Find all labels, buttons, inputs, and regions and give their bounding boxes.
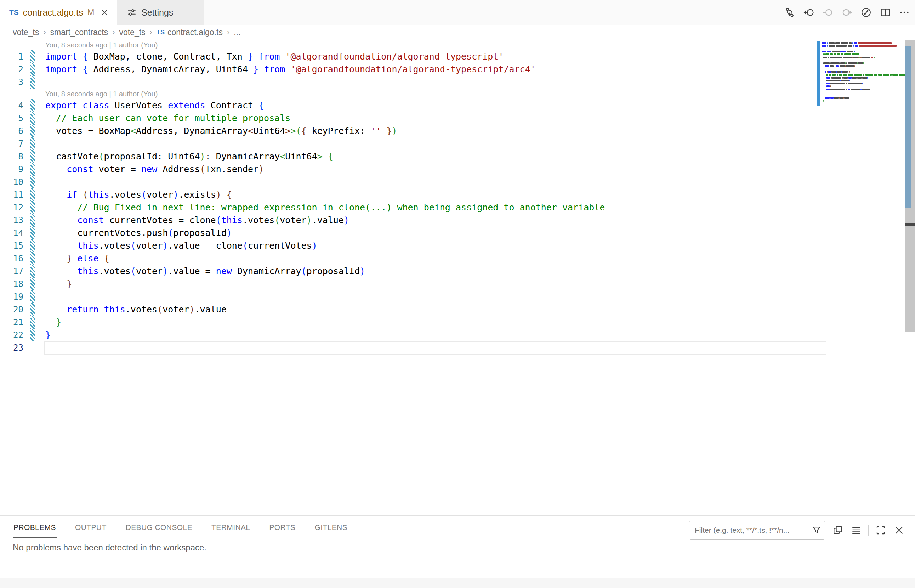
code-text[interactable]: import { BoxMap, clone, Contract, Txn } … [36,50,817,63]
codelens-annotation[interactable]: You, 8 seconds ago | 1 author (You) [0,89,817,99]
code-line[interactable]: 18 } [0,278,817,291]
line-number[interactable]: 18 [0,278,27,291]
code-text[interactable]: if (this.votes(voter).exists) { [36,189,817,201]
code-text[interactable]: // Each user can vote for multiple propo… [36,112,817,125]
code-text[interactable]: currentVotes.push(proposalId) [36,227,817,239]
code-line[interactable]: 5 // Each user can vote for multiple pro… [0,112,817,125]
panel-tab-terminal[interactable]: TERMINAL [211,517,251,538]
code-text[interactable]: castVote(proposalId: Uint64): DynamicArr… [36,150,817,163]
problems-filter-input[interactable] [689,526,810,535]
code-text[interactable]: // Bug Fixed in next line: wrapped expre… [36,201,817,214]
code-line[interactable]: 4export class UserVotes extends Contract… [0,99,817,112]
code-line[interactable]: 8 castVote(proposalId: Uint64): DynamicA… [0,150,817,163]
breadcrumb-item[interactable]: smart_contracts [50,27,108,37]
code-text[interactable] [36,176,817,189]
line-number[interactable]: 16 [0,252,27,265]
line-number[interactable]: 11 [0,189,27,201]
code-text[interactable]: this.votes(voter).value = clone(currentV… [36,239,817,252]
code-line[interactable]: 20 return this.votes(voter).value [0,303,817,316]
panel-tab-problems[interactable]: PROBLEMS [13,517,56,538]
code-line[interactable]: 10 [0,176,817,189]
line-number[interactable]: 7 [0,137,27,150]
code-line[interactable]: 9 const voter = new Address(Txn.sender) [0,163,817,176]
code-line[interactable]: 1import { BoxMap, clone, Contract, Txn }… [0,50,817,63]
line-number[interactable]: 21 [0,316,27,329]
code-text[interactable]: } [36,316,817,329]
panel-tab-ports[interactable]: PORTS [268,517,296,538]
line-number[interactable]: 6 [0,125,27,137]
window-bottom-strip [0,578,915,588]
line-number[interactable]: 10 [0,176,27,189]
previous-change-icon[interactable] [822,7,834,18]
code-text[interactable]: import { Address, DynamicArray, Uint64 }… [36,63,817,76]
line-number[interactable]: 13 [0,214,27,227]
line-number[interactable]: 14 [0,227,27,239]
line-number[interactable]: 4 [0,99,27,112]
close-panel-icon[interactable] [893,524,905,536]
view-as-list-icon[interactable] [850,524,863,536]
code-line[interactable]: 7 [0,137,817,150]
panel-tab-debug-console[interactable]: DEBUG CONSOLE [125,517,193,538]
commit-graph-icon[interactable] [860,7,872,18]
code-line[interactable]: 12 // Bug Fixed in next line: wrapped ex… [0,201,817,214]
close-tab-icon[interactable] [100,8,109,17]
code-line[interactable]: 14 currentVotes.push(proposalId) [0,227,817,239]
code-text[interactable]: } [36,278,817,291]
code-line[interactable]: 19 [0,291,817,303]
line-number[interactable]: 1 [0,50,27,63]
code-text[interactable]: const currentVotes = clone(this.votes(vo… [36,214,817,227]
line-number[interactable]: 12 [0,201,27,214]
code-line[interactable]: 13 const currentVotes = clone(this.votes… [0,214,817,227]
line-number[interactable]: 19 [0,291,27,303]
line-number[interactable]: 17 [0,265,27,278]
breadcrumb-item[interactable]: ... [234,27,240,37]
breadcrumb-item[interactable]: vote_ts [13,27,39,37]
codelens-annotation[interactable]: You, 8 seconds ago | 1 author (You) [0,40,817,50]
code-text[interactable]: this.votes(voter).value = new DynamicArr… [36,265,817,278]
next-change-icon[interactable] [841,7,853,18]
line-number[interactable]: 8 [0,150,27,163]
line-number[interactable]: 22 [0,329,27,341]
line-number[interactable]: 2 [0,63,27,76]
breadcrumb-item[interactable]: TScontract.algo.ts [157,27,223,37]
line-number[interactable]: 23 [0,341,27,354]
code-text[interactable]: } else { [36,252,817,265]
line-number[interactable]: 20 [0,303,27,316]
code-text[interactable]: const voter = new Address(Txn.sender) [36,163,817,176]
line-number[interactable]: 3 [0,76,27,89]
compare-changes-icon[interactable] [784,7,795,18]
maximize-panel-icon[interactable] [874,524,887,536]
code-line[interactable]: 21 } [0,316,817,329]
panel-tab-output[interactable]: OUTPUT [74,517,107,538]
code-line[interactable]: 3 [0,76,817,89]
minimap[interactable] [817,40,905,515]
code-text[interactable]: export class UserVotes extends Contract … [36,99,817,112]
copy-results-icon[interactable] [831,524,844,536]
panel-tab-gitlens[interactable]: GITLENS [314,517,348,538]
code-editor[interactable]: You, 8 seconds ago | 1 author (You)1impo… [0,40,915,515]
tab-contract-algo-ts[interactable]: TS contract.algo.ts M [0,0,117,25]
code-text[interactable]: votes = BoxMap<Address, DynamicArray<Uin… [36,125,817,137]
code-line[interactable]: 11 if (this.votes(voter).exists) { [0,189,817,201]
open-previous-change-icon[interactable] [803,7,815,18]
code-line[interactable]: 17 this.votes(voter).value = new Dynamic… [0,265,817,278]
code-line[interactable]: 16 } else { [0,252,817,265]
code-line[interactable]: 6 votes = BoxMap<Address, DynamicArray<U… [0,125,817,137]
code-line[interactable]: 15 this.votes(voter).value = clone(curre… [0,239,817,252]
code-text[interactable]: return this.votes(voter).value [36,303,817,316]
split-editor-icon[interactable] [879,7,891,18]
line-number[interactable]: 5 [0,112,27,125]
filter-funnel-icon[interactable] [810,525,823,535]
code-text[interactable]: } [36,329,817,341]
code-text[interactable] [36,291,817,303]
breadcrumb-item[interactable]: vote_ts [119,27,145,37]
modified-badge: M [87,7,94,17]
code-line[interactable]: 2import { Address, DynamicArray, Uint64 … [0,63,817,76]
tab-settings[interactable]: Settings [117,0,204,25]
code-line[interactable]: 22} [0,329,817,341]
code-text[interactable] [36,137,817,150]
line-number[interactable]: 15 [0,239,27,252]
code-text[interactable] [36,76,817,89]
line-number[interactable]: 9 [0,163,27,176]
more-actions-icon[interactable] [899,7,910,18]
